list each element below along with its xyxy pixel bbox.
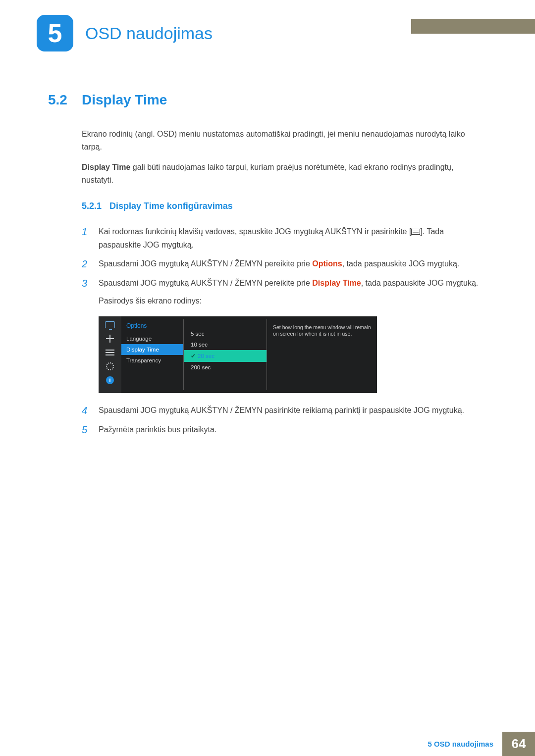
step-number: 4 xyxy=(82,404,90,417)
section-paragraph-2: Display Time gali būti naudojamas laiko … xyxy=(82,161,484,186)
step-2-highlight: Options xyxy=(312,259,342,268)
section-heading: 5.2 Display Time xyxy=(48,92,484,108)
osd-menu-item-language: Language xyxy=(121,333,183,344)
footer-chapter-label: 5 OSD naudojimas xyxy=(428,732,502,756)
step-text: Pažymėta parinktis bus pritaikyta. xyxy=(99,423,484,436)
check-icon: ✔ xyxy=(191,353,196,359)
osd-screenshot: i Options Language Display Time Transpar… xyxy=(99,316,377,393)
step-3-text-a: Spausdami JOG mygtuką AUKŠTYN / ŽEMYN pe… xyxy=(99,279,312,287)
osd-help-text: Set how long the menu window will remain… xyxy=(267,319,377,390)
header-accent-bar xyxy=(411,19,535,34)
subsection-title: Display Time konfigūravimas xyxy=(109,201,233,211)
subsection-heading: 5.2.1 Display Time konfigūravimas xyxy=(82,201,484,211)
steps-list-continued: 4 Spausdami JOG mygtuką AUKŠTYN / ŽEMYN … xyxy=(82,404,484,436)
page-footer: 5 OSD naudojimas 64 xyxy=(428,732,535,756)
step-2: 2 Spausdami JOG mygtuką AUKŠTYN / ŽEMYN … xyxy=(82,257,484,270)
chapter-header: 5 OSD naudojimas xyxy=(37,15,213,51)
step-number: 2 xyxy=(82,257,90,270)
step-number: 3 xyxy=(82,277,90,308)
step-2-text-b: , tada paspauskite JOG mygtuką. xyxy=(342,259,460,268)
page-content: 5.2 Display Time Ekrano rodinių (angl. O… xyxy=(48,92,484,442)
section-title: Display Time xyxy=(82,92,167,108)
step-3-highlight: Display Time xyxy=(312,279,361,287)
step-5: 5 Pažymėta parinktis bus pritaikyta. xyxy=(82,423,484,436)
subsection-number: 5.2.1 xyxy=(82,201,102,211)
section-paragraph-1: Ekrano rodinių (angl. OSD) meniu nustato… xyxy=(82,128,484,153)
step-1-text-a: Kai rodomas funkcinių klavišų vadovas, s… xyxy=(99,227,411,236)
footer-page-number: 64 xyxy=(502,732,535,756)
move-icon xyxy=(105,334,115,343)
step-text: Spausdami JOG mygtuką AUKŠTYN / ŽEMYN pa… xyxy=(99,404,484,417)
osd-value-10sec: 10 sec xyxy=(184,339,267,350)
info-icon: i xyxy=(105,376,115,385)
osd-value-20sec-label: 20 sec xyxy=(198,353,214,359)
chapter-title: OSD naudojimas xyxy=(85,24,213,43)
osd-value-200sec: 200 sec xyxy=(184,362,267,373)
step-1: 1 Kai rodomas funkcinių klavišų vadovas,… xyxy=(82,225,484,252)
monitor-icon xyxy=(105,320,115,329)
step-2-text-a: Spausdami JOG mygtuką AUKŠTYN / ŽEMYN pe… xyxy=(99,259,312,268)
section-number: 5.2 xyxy=(48,92,71,108)
osd-menu-item-display-time: Display Time xyxy=(121,344,183,355)
osd-value-20sec: ✔20 sec xyxy=(184,350,267,362)
step-number: 5 xyxy=(82,423,90,436)
osd-menu-column: Options Language Display Time Transparen… xyxy=(121,319,184,390)
chapter-number-badge: 5 xyxy=(37,15,73,51)
osd-menu-item-transparency: Transparency xyxy=(121,355,183,366)
osd-sidebar: i xyxy=(99,316,121,393)
step-4: 4 Spausdami JOG mygtuką AUKŠTYN / ŽEMYN … xyxy=(82,404,484,417)
step-text: Spausdami JOG mygtuką AUKŠTYN / ŽEMYN pe… xyxy=(99,277,484,308)
osd-main: Options Language Display Time Transparen… xyxy=(121,316,377,393)
step-3-text-b: , tada paspauskite JOG mygtuką. xyxy=(361,279,479,287)
section-paragraph-2-rest: gali būti naudojamas laiko tarpui, kuria… xyxy=(82,163,453,184)
step-3: 3 Spausdami JOG mygtuką AUKŠTYN / ŽEMYN … xyxy=(82,277,484,308)
steps-list: 1 Kai rodomas funkcinių klavišų vadovas,… xyxy=(82,225,484,307)
step-number: 1 xyxy=(82,225,90,252)
osd-values-column: 5 sec 10 sec ✔20 sec 200 sec xyxy=(184,319,267,390)
step-text: Spausdami JOG mygtuką AUKŠTYN / ŽEMYN pe… xyxy=(99,257,484,270)
menu-icon xyxy=(411,229,420,235)
gear-icon xyxy=(105,362,115,371)
step-text: Kai rodomas funkcinių klavišų vadovas, s… xyxy=(99,225,484,252)
list-icon xyxy=(105,348,115,357)
display-time-label: Display Time xyxy=(82,163,130,171)
osd-menu-header: Options xyxy=(121,321,183,333)
step-3-text-c: Pasirodys šis ekrano rodinys: xyxy=(99,297,202,305)
osd-value-5sec: 5 sec xyxy=(184,328,267,339)
